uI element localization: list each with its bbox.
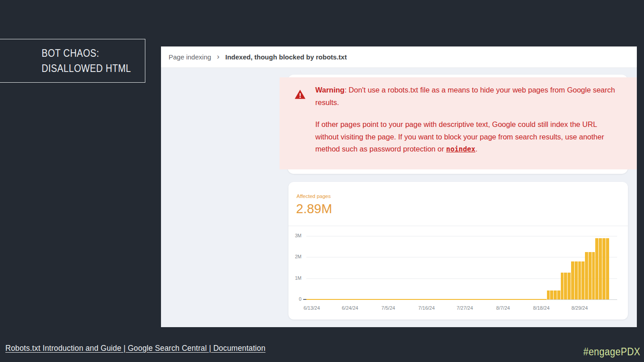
chart-bar[interactable] <box>599 238 602 299</box>
affected-pages-chart[interactable]: 3M2M1M06/13/246/24/247/5/247/16/247/27/2… <box>288 182 628 320</box>
gridline-3M <box>306 236 617 236</box>
y-axis-label-2M: 2M <box>288 254 301 259</box>
chart-bar[interactable] <box>547 290 550 299</box>
warning-banner: Warning: Don't use a robots.txt file as … <box>280 77 637 169</box>
y-axis-label-3M: 3M <box>288 233 301 238</box>
chart-bar[interactable] <box>589 252 592 299</box>
chart-bar[interactable] <box>550 290 553 299</box>
x-axis-label-7/27/24: 7/27/24 <box>449 305 480 311</box>
affected-pages-chart-card: Affected pages 2.89M 3M2M1M06/13/246/24/… <box>288 182 628 320</box>
noindex-link[interactable]: noindex <box>446 145 475 153</box>
chart-bar[interactable] <box>571 261 574 299</box>
chart-bar[interactable] <box>585 252 588 299</box>
x-axis-label-8/7/24: 8/7/24 <box>487 305 519 311</box>
warning-paragraph-1: Warning: Don't use a robots.txt file as … <box>315 84 620 109</box>
search-console-content: Warning: Don't use a robots.txt file as … <box>161 68 637 327</box>
breadcrumb-page-indexing[interactable]: Page indexing <box>169 53 211 61</box>
gridline-2M <box>306 257 617 257</box>
x-axis-label-7/16/24: 7/16/24 <box>411 305 442 311</box>
chart-bar[interactable] <box>557 290 560 299</box>
y-axis-label-1M: 1M <box>288 275 301 281</box>
x-axis-label-6/24/24: 6/24/24 <box>335 305 366 311</box>
x-axis-label-7/5/24: 7/5/24 <box>373 305 404 311</box>
chart-bar[interactable] <box>595 238 598 299</box>
chart-bar[interactable] <box>581 261 585 299</box>
breadcrumb-current-page: Indexed, though blocked by robots.txt <box>225 53 347 61</box>
chart-bar[interactable] <box>564 273 567 299</box>
x-axis-label-8/29/24: 8/29/24 <box>564 305 595 311</box>
slide-title-box: Bot Chaos: Disallowed HTML <box>0 39 145 83</box>
chevron-right-icon: › <box>217 53 220 61</box>
chart-bar[interactable] <box>561 273 564 299</box>
chart-bar[interactable] <box>554 290 557 299</box>
x-axis-label-8/18/24: 8/18/24 <box>525 305 557 311</box>
slide-background: Bot Chaos: Disallowed HTML Page indexing… <box>0 0 644 362</box>
warning-paragraph-2-period: . <box>475 145 478 153</box>
y-axis-label-0: 0 <box>288 296 301 302</box>
chart-bar[interactable] <box>578 261 581 299</box>
warning-label: Warning <box>315 86 344 94</box>
chart-bar[interactable] <box>568 273 571 299</box>
chart-bar[interactable] <box>602 238 606 299</box>
breadcrumb: Page indexing › Indexed, though blocked … <box>161 46 637 68</box>
event-hashtag: #engagePDX <box>583 346 640 358</box>
zero-tick-dash <box>303 299 306 300</box>
warning-triangle-icon <box>294 88 306 100</box>
slide-title-line-2: Disallowed HTML <box>42 61 132 76</box>
zero-value-line <box>306 299 547 300</box>
warning-paragraph-2: If other pages point to your page with d… <box>315 118 620 156</box>
warning-text: Warning: Don't use a robots.txt file as … <box>315 84 620 156</box>
warning-sentence: : Don't use a robots.txt file as a means… <box>315 86 615 106</box>
chart-bar[interactable] <box>592 252 595 299</box>
slide-title-line-1: Bot Chaos: <box>42 46 132 61</box>
x-axis-label-6/13/24: 6/13/24 <box>296 305 327 311</box>
source-link[interactable]: Robots.txt Introduction and Guide | Goog… <box>5 344 266 353</box>
search-console-screenshot: Page indexing › Indexed, though blocked … <box>161 46 637 327</box>
chart-bar[interactable] <box>575 261 578 299</box>
chart-bar[interactable] <box>606 238 609 299</box>
